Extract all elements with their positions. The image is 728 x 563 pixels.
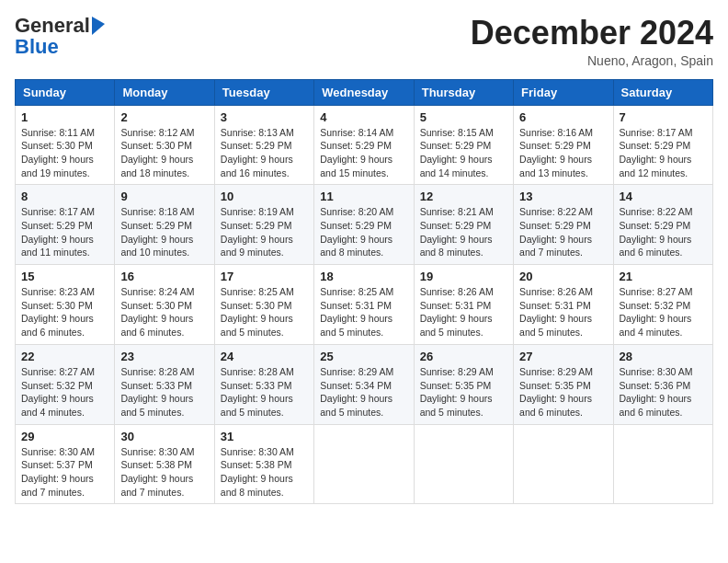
calendar-cell: 10 Sunrise: 8:19 AM Sunset: 5:29 PM Dayl…: [214, 185, 313, 265]
day-info: Sunrise: 8:17 AM Sunset: 5:29 PM Dayligh…: [620, 126, 707, 180]
calendar-week-3: 15 Sunrise: 8:23 AM Sunset: 5:30 PM Dayl…: [16, 265, 713, 345]
day-info: Sunrise: 8:12 AM Sunset: 5:30 PM Dayligh…: [120, 126, 208, 180]
calendar-cell: 26 Sunrise: 8:29 AM Sunset: 5:35 PM Dayl…: [414, 344, 513, 424]
calendar-cell: 17 Sunrise: 8:25 AM Sunset: 5:30 PM Dayl…: [214, 265, 313, 345]
calendar-cell: [314, 424, 414, 504]
calendar-cell: 23 Sunrise: 8:28 AM Sunset: 5:33 PM Dayl…: [115, 344, 214, 424]
day-number: 29: [21, 430, 108, 443]
calendar-week-5: 29 Sunrise: 8:30 AM Sunset: 5:37 PM Dayl…: [16, 424, 713, 504]
calendar-cell: 19 Sunrise: 8:26 AM Sunset: 5:31 PM Dayl…: [414, 265, 513, 345]
day-info: Sunrise: 8:28 AM Sunset: 5:33 PM Dayligh…: [120, 365, 208, 419]
day-number: 23: [120, 350, 208, 363]
calendar-week-2: 8 Sunrise: 8:17 AM Sunset: 5:29 PM Dayli…: [16, 185, 713, 265]
calendar-cell: 8 Sunrise: 8:17 AM Sunset: 5:29 PM Dayli…: [16, 185, 115, 265]
calendar-cell: 11 Sunrise: 8:20 AM Sunset: 5:29 PM Dayl…: [314, 185, 414, 265]
calendar-table: SundayMondayTuesdayWednesdayThursdayFrid…: [15, 79, 713, 505]
day-info: Sunrise: 8:30 AM Sunset: 5:36 PM Dayligh…: [620, 365, 707, 419]
calendar-cell: 18 Sunrise: 8:25 AM Sunset: 5:31 PM Dayl…: [314, 265, 414, 345]
day-info: Sunrise: 8:24 AM Sunset: 5:30 PM Dayligh…: [120, 285, 208, 339]
title-block: December 2024 Nueno, Aragon, Spain: [471, 15, 713, 68]
day-info: Sunrise: 8:22 AM Sunset: 5:29 PM Dayligh…: [620, 205, 707, 259]
day-number: 5: [420, 110, 507, 124]
day-info: Sunrise: 8:11 AM Sunset: 5:30 PM Dayligh…: [21, 126, 108, 180]
day-info: Sunrise: 8:27 AM Sunset: 5:32 PM Dayligh…: [21, 365, 108, 419]
day-number: 10: [221, 190, 308, 203]
calendar-cell: 12 Sunrise: 8:21 AM Sunset: 5:29 PM Dayl…: [414, 185, 513, 265]
day-number: 2: [120, 110, 208, 124]
day-info: Sunrise: 8:20 AM Sunset: 5:29 PM Dayligh…: [320, 205, 407, 259]
day-info: Sunrise: 8:19 AM Sunset: 5:29 PM Dayligh…: [221, 205, 308, 259]
day-info: Sunrise: 8:30 AM Sunset: 5:38 PM Dayligh…: [120, 445, 208, 500]
day-number: 30: [120, 430, 208, 443]
page-header: General Blue December 2024 Nueno, Aragon…: [15, 15, 713, 68]
calendar-cell: 25 Sunrise: 8:29 AM Sunset: 5:34 PM Dayl…: [314, 344, 414, 424]
day-info: Sunrise: 8:27 AM Sunset: 5:32 PM Dayligh…: [620, 285, 707, 339]
day-info: Sunrise: 8:29 AM Sunset: 5:34 PM Dayligh…: [320, 365, 407, 419]
calendar-cell: 22 Sunrise: 8:27 AM Sunset: 5:32 PM Dayl…: [16, 344, 115, 424]
day-number: 22: [21, 350, 108, 363]
day-number: 31: [221, 430, 308, 443]
day-info: Sunrise: 8:25 AM Sunset: 5:31 PM Dayligh…: [320, 285, 407, 339]
day-info: Sunrise: 8:28 AM Sunset: 5:33 PM Dayligh…: [221, 365, 308, 419]
day-info: Sunrise: 8:29 AM Sunset: 5:35 PM Dayligh…: [519, 365, 607, 419]
day-number: 12: [420, 190, 507, 203]
weekday-header-monday: Monday: [115, 79, 214, 105]
calendar-cell: 9 Sunrise: 8:18 AM Sunset: 5:29 PM Dayli…: [115, 185, 214, 265]
calendar-cell: 16 Sunrise: 8:24 AM Sunset: 5:30 PM Dayl…: [115, 265, 214, 345]
day-info: Sunrise: 8:29 AM Sunset: 5:35 PM Dayligh…: [420, 365, 507, 419]
calendar-cell: 31 Sunrise: 8:30 AM Sunset: 5:38 PM Dayl…: [214, 424, 313, 504]
day-number: 4: [320, 110, 407, 124]
day-number: 14: [620, 190, 707, 203]
day-number: 25: [320, 350, 407, 363]
day-info: Sunrise: 8:18 AM Sunset: 5:29 PM Dayligh…: [120, 205, 208, 259]
calendar-cell: 2 Sunrise: 8:12 AM Sunset: 5:30 PM Dayli…: [115, 105, 214, 185]
calendar-cell: 27 Sunrise: 8:29 AM Sunset: 5:35 PM Dayl…: [514, 344, 613, 424]
day-number: 24: [221, 350, 308, 363]
calendar-cell: 15 Sunrise: 8:23 AM Sunset: 5:30 PM Dayl…: [16, 265, 115, 345]
day-info: Sunrise: 8:16 AM Sunset: 5:29 PM Dayligh…: [519, 126, 607, 180]
weekday-header-tuesday: Tuesday: [214, 79, 313, 105]
day-number: 6: [519, 110, 607, 124]
day-info: Sunrise: 8:14 AM Sunset: 5:29 PM Dayligh…: [320, 126, 407, 180]
day-number: 18: [320, 270, 407, 283]
weekday-header-friday: Friday: [514, 79, 613, 105]
day-number: 8: [21, 190, 108, 203]
day-number: 20: [519, 270, 607, 283]
day-number: 11: [320, 190, 407, 203]
calendar-cell: 7 Sunrise: 8:17 AM Sunset: 5:29 PM Dayli…: [613, 105, 712, 185]
calendar-cell: 14 Sunrise: 8:22 AM Sunset: 5:29 PM Dayl…: [613, 185, 712, 265]
weekday-header-row: SundayMondayTuesdayWednesdayThursdayFrid…: [16, 79, 713, 105]
day-info: Sunrise: 8:23 AM Sunset: 5:30 PM Dayligh…: [21, 285, 108, 339]
day-number: 21: [620, 270, 707, 283]
day-number: 13: [519, 190, 607, 203]
calendar-cell: 29 Sunrise: 8:30 AM Sunset: 5:37 PM Dayl…: [16, 424, 115, 504]
calendar-cell: 30 Sunrise: 8:30 AM Sunset: 5:38 PM Dayl…: [115, 424, 214, 504]
logo: General Blue: [15, 15, 105, 57]
calendar-cell: 21 Sunrise: 8:27 AM Sunset: 5:32 PM Dayl…: [613, 265, 712, 345]
calendar-cell: 6 Sunrise: 8:16 AM Sunset: 5:29 PM Dayli…: [514, 105, 613, 185]
day-number: 1: [21, 110, 108, 124]
svg-marker-0: [92, 17, 105, 35]
logo-general-text: General: [15, 15, 90, 37]
calendar-cell: 13 Sunrise: 8:22 AM Sunset: 5:29 PM Dayl…: [514, 185, 613, 265]
logo-icon: [92, 17, 105, 35]
calendar-cell: 4 Sunrise: 8:14 AM Sunset: 5:29 PM Dayli…: [314, 105, 414, 185]
calendar-cell: [414, 424, 513, 504]
calendar-cell: 24 Sunrise: 8:28 AM Sunset: 5:33 PM Dayl…: [214, 344, 313, 424]
day-info: Sunrise: 8:15 AM Sunset: 5:29 PM Dayligh…: [420, 126, 507, 180]
day-number: 17: [221, 270, 308, 283]
day-number: 26: [420, 350, 507, 363]
day-info: Sunrise: 8:26 AM Sunset: 5:31 PM Dayligh…: [519, 285, 607, 339]
calendar-cell: 20 Sunrise: 8:26 AM Sunset: 5:31 PM Dayl…: [514, 265, 613, 345]
calendar-cell: 28 Sunrise: 8:30 AM Sunset: 5:36 PM Dayl…: [613, 344, 712, 424]
day-info: Sunrise: 8:30 AM Sunset: 5:38 PM Dayligh…: [221, 445, 308, 500]
calendar-cell: 5 Sunrise: 8:15 AM Sunset: 5:29 PM Dayli…: [414, 105, 513, 185]
weekday-header-thursday: Thursday: [414, 79, 513, 105]
day-info: Sunrise: 8:21 AM Sunset: 5:29 PM Dayligh…: [420, 205, 507, 259]
calendar-cell: [613, 424, 712, 504]
day-info: Sunrise: 8:17 AM Sunset: 5:29 PM Dayligh…: [21, 205, 108, 259]
calendar-cell: [514, 424, 613, 504]
day-number: 19: [420, 270, 507, 283]
day-number: 9: [120, 190, 208, 203]
weekday-header-sunday: Sunday: [16, 79, 115, 105]
